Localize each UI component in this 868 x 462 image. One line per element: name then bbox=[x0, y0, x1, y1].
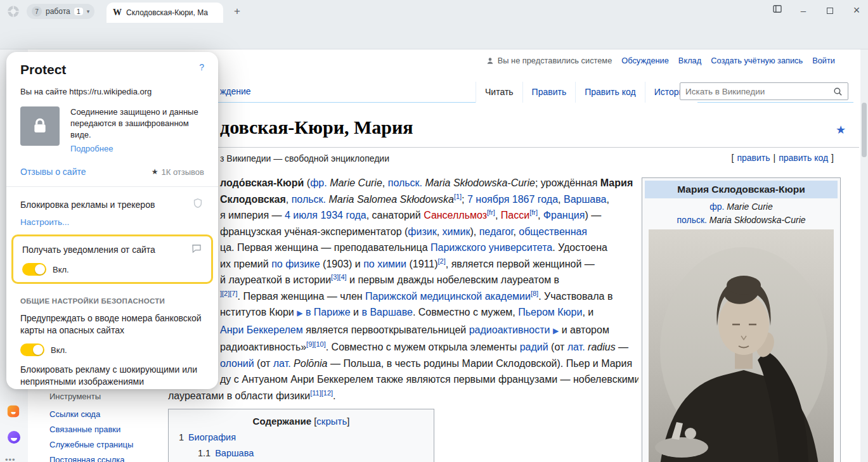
talk-link[interactable]: Обсуждение bbox=[621, 56, 669, 65]
article-link[interactable]: [8] bbox=[531, 289, 538, 297]
article-link[interactable]: Пьером Кюри bbox=[518, 307, 582, 318]
edit-source-link[interactable]: править код bbox=[779, 153, 828, 163]
article-link[interactable]: в Варшаве bbox=[362, 307, 413, 318]
article-link[interactable]: Пасси bbox=[501, 210, 529, 221]
article-link[interactable]: фр. bbox=[310, 177, 327, 188]
article-link[interactable]: [9][10] bbox=[306, 340, 326, 348]
configure-link[interactable]: Настроить... bbox=[20, 217, 69, 227]
article-link[interactable]: 1934 года bbox=[320, 210, 366, 221]
article-link[interactable]: 4 июля bbox=[285, 210, 318, 221]
scrollbar-thumb[interactable] bbox=[862, 103, 867, 157]
close-button[interactable]: × bbox=[850, 4, 863, 17]
article-link[interactable]: 1867 года bbox=[512, 194, 558, 205]
create-account-link[interactable]: Создать учётную запись bbox=[711, 56, 803, 65]
active-tab[interactable]: W Склодовская-Кюри, Ма bbox=[107, 3, 223, 23]
sidebar-link-whatlinkshere[interactable]: Ссылки сюда bbox=[49, 409, 133, 419]
article-link[interactable]: Парижской медицинской академии bbox=[365, 291, 531, 302]
article-line: их премий по физике (1903) и по химии (1… bbox=[220, 256, 638, 273]
article-link[interactable]: [2] bbox=[438, 257, 446, 264]
star-icon: ★ bbox=[152, 167, 159, 176]
article-link[interactable]: [fr] bbox=[529, 209, 538, 216]
watchlist-star-icon[interactable]: ★ bbox=[836, 123, 846, 137]
article-link[interactable]: лат. bbox=[273, 358, 291, 369]
article-link[interactable]: Франция bbox=[543, 210, 585, 221]
sidebar-link-permanent[interactable]: Постоянная ссылка bbox=[49, 455, 133, 462]
browser-menu-icon[interactable] bbox=[6, 4, 20, 18]
details-link[interactable]: Подробнее bbox=[70, 143, 113, 155]
article-link[interactable]: 7 ноября bbox=[467, 194, 509, 205]
tab-edit[interactable]: Править bbox=[522, 82, 576, 103]
article-link[interactable]: химик bbox=[443, 226, 470, 237]
toc-hide-link[interactable]: скрыть bbox=[316, 416, 347, 427]
scrollbar-track[interactable] bbox=[860, 49, 868, 462]
search-icon[interactable] bbox=[832, 86, 843, 99]
help-link[interactable]: ? bbox=[199, 62, 204, 72]
article-link[interactable]: радий bbox=[520, 342, 548, 352]
article-link[interactable]: в Париже bbox=[306, 307, 351, 318]
card-warning-toggle[interactable] bbox=[20, 343, 44, 356]
tab-discussion-partial[interactable]: ждение bbox=[220, 86, 251, 96]
sidebar-link-special[interactable]: Служебные страницы bbox=[49, 440, 133, 449]
notifications-label: Получать уведомления от сайта bbox=[22, 245, 155, 255]
article-link[interactable]: общественная bbox=[519, 226, 587, 237]
minimize-button[interactable]: – bbox=[797, 5, 810, 16]
article-link[interactable]: ][2][7] bbox=[220, 289, 238, 297]
article-link[interactable]: Санселльмоз bbox=[424, 210, 487, 221]
not-logged-in-label: Вы не представились системе bbox=[486, 56, 612, 65]
divider bbox=[6, 186, 218, 187]
article-link[interactable]: радиоактивности bbox=[469, 324, 550, 335]
article-text: (1903) и bbox=[320, 259, 364, 269]
edit-link[interactable]: править bbox=[737, 153, 770, 163]
sidebar-link-related[interactable]: Связанные правки bbox=[49, 425, 133, 434]
article-link[interactable]: Варшава bbox=[564, 194, 606, 205]
title-rule bbox=[168, 147, 859, 148]
reviews-count: ★ 1К отзывов bbox=[152, 167, 204, 177]
article-link[interactable]: ▶ bbox=[553, 326, 559, 335]
wiki-search-input[interactable] bbox=[680, 83, 826, 99]
side-panel-icon[interactable] bbox=[772, 3, 783, 17]
login-link[interactable]: Войти bbox=[812, 56, 835, 65]
tab-edit-source[interactable]: Править код bbox=[575, 82, 644, 103]
article-text: (1911) bbox=[406, 259, 438, 269]
toc-item[interactable]: 1Биография bbox=[179, 432, 424, 442]
card-warning-label: Предупреждать о вводе номера банковской … bbox=[20, 312, 204, 337]
article-link[interactable]: [fr] bbox=[487, 209, 495, 216]
toc-link[interactable]: Биография bbox=[188, 432, 236, 442]
article-link[interactable]: педагог bbox=[479, 226, 514, 237]
article-link[interactable]: польск. bbox=[388, 177, 422, 188]
article-link[interactable]: лат. bbox=[567, 342, 585, 352]
article-link[interactable]: Парижского университета bbox=[431, 242, 552, 253]
toc-item[interactable]: 1.1Варшава bbox=[198, 448, 424, 458]
toc-link[interactable]: Варшава bbox=[215, 448, 254, 458]
article-link[interactable]: Анри Беккерелем bbox=[220, 324, 303, 335]
shocking-ads-label: Блокировать рекламу с шокирующими или не… bbox=[20, 364, 204, 388]
toc-number: 1 bbox=[179, 432, 184, 442]
site-reviews-link[interactable]: Отзывы о сайте bbox=[20, 167, 86, 177]
article-text: . Участвовала в bbox=[538, 291, 612, 302]
article-text: ), bbox=[470, 226, 479, 237]
article-link[interactable]: по физике bbox=[271, 259, 320, 269]
notifications-toggle[interactable] bbox=[22, 263, 46, 276]
article-link[interactable]: [1] bbox=[454, 192, 462, 200]
reviews-count-text: 1К отзывов bbox=[161, 167, 204, 177]
maximize-button[interactable] bbox=[824, 5, 836, 16]
tab-group-chip[interactable]: 7 работа 1 ▾ bbox=[27, 4, 94, 19]
tab-read[interactable]: Читать bbox=[476, 82, 522, 103]
article-text: Maria Skłodowska-Curie bbox=[422, 177, 535, 188]
new-tab-button[interactable]: + bbox=[230, 4, 245, 19]
language-link[interactable]: фр. bbox=[709, 202, 724, 212]
toc-title: Содержание [скрыть] bbox=[179, 416, 424, 427]
more-icon[interactable]: ••• bbox=[5, 455, 16, 462]
article-line: лауреатами в области физики[11][12]. bbox=[168, 388, 638, 404]
article-link[interactable]: физик bbox=[408, 226, 436, 237]
alice-assistant-icon[interactable] bbox=[6, 430, 22, 447]
article-link[interactable]: по химии bbox=[363, 259, 406, 269]
contributions-link[interactable]: Вклад bbox=[678, 56, 701, 65]
language-link[interactable]: польск. bbox=[677, 215, 707, 225]
services-icon[interactable] bbox=[6, 404, 20, 421]
article-link[interactable]: польск. bbox=[292, 194, 326, 205]
article-link[interactable]: олоний bbox=[220, 358, 254, 369]
portrait-photo[interactable] bbox=[649, 229, 834, 462]
article-link[interactable]: [3][4] bbox=[331, 273, 346, 281]
article-link[interactable]: [11][12] bbox=[310, 388, 333, 396]
